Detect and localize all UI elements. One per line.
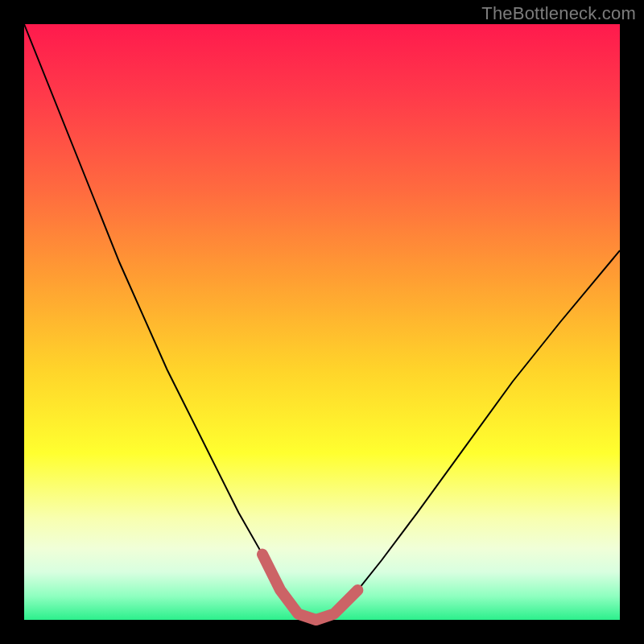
optimal-zone-highlight [262,555,357,620]
chart-svg [24,24,620,620]
watermark-label: TheBottleneck.com [481,3,636,24]
plot-area [24,24,620,620]
bottleneck-curve [24,24,620,620]
outer-frame: TheBottleneck.com [0,0,644,644]
